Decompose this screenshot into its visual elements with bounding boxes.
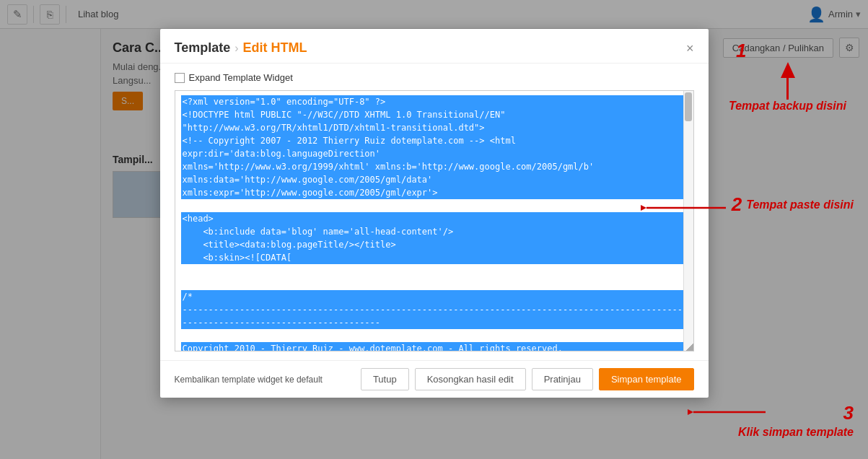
expand-widget-row: Expand Template Widget xyxy=(175,72,694,83)
edit-html-modal: Template › Edit HTML × Expand Template W… xyxy=(160,29,709,398)
code-line-2: <!DOCTYPE html PUBLIC "-//W3C//DTD XHTML… xyxy=(181,108,688,134)
modal-body: Expand Template Widget <?xml version="1.… xyxy=(160,64,709,360)
annotation-2-group: 2 Tempat paste disini xyxy=(732,193,854,216)
code-line-12: ----------------------------------------… xyxy=(181,303,688,329)
simpan-template-btn[interactable]: Simpan template xyxy=(599,368,694,390)
modal-header: Template › Edit HTML × xyxy=(160,29,709,64)
modal-footer: Kembalikan template widget ke default Tu… xyxy=(160,360,709,398)
code-scrollbar[interactable] xyxy=(683,91,693,351)
code-line-1: <?xml version="1.0" encoding="UTF-8" ?> xyxy=(181,95,688,108)
code-line-11: /* xyxy=(181,290,688,303)
kosongkan-btn[interactable]: Kosongkan hasil edit xyxy=(415,368,526,390)
code-line-blank1 xyxy=(181,264,688,277)
code-resize-handle[interactable] xyxy=(686,344,693,351)
modal-close-btn[interactable]: × xyxy=(686,42,694,55)
annotation-number-1: 1 xyxy=(736,40,746,62)
code-editor[interactable]: <?xml version="1.0" encoding="UTF-8" ?> … xyxy=(175,91,693,351)
annotation-text-1: Tempat backup disini xyxy=(729,100,846,113)
code-line-blank3 xyxy=(181,329,688,342)
annotation-text-2: Tempat paste disini xyxy=(746,198,854,211)
annotation-number-2: 2 xyxy=(732,193,742,216)
code-line-3: <!-- Copyright 2007 - 2012 Thierry Ruiz … xyxy=(181,134,688,160)
annotation-3-arrow xyxy=(688,405,767,421)
code-line-4: xmlns='http://www.w3.org/1999/xhtml' xml… xyxy=(181,160,688,173)
code-content[interactable]: <?xml version="1.0" encoding="UTF-8" ?> … xyxy=(175,91,693,351)
modal-title-template: Template xyxy=(175,40,231,56)
code-line-6 xyxy=(181,199,688,212)
tutup-btn[interactable]: Tutup xyxy=(361,368,409,390)
modal-title: Template › Edit HTML xyxy=(175,40,307,56)
annotation-2-arrow xyxy=(641,201,727,217)
code-line-7: <head> xyxy=(181,212,688,225)
annotation-text-3: Klik simpan template xyxy=(738,426,854,439)
code-line-5: xmlns:data='http://www.google.com/2005/g… xyxy=(181,173,688,199)
annotation-number-3: 3 xyxy=(843,402,854,424)
code-line-blank2 xyxy=(181,277,688,290)
pratinjau-btn[interactable]: Pratinjau xyxy=(532,368,593,390)
annotation-1-group: 1 Tempat backup disini xyxy=(729,40,846,113)
arrow-up-1 xyxy=(781,62,795,78)
code-line-9: <title><data:blog.pageTitle/></title> xyxy=(181,238,688,251)
expand-template-checkbox[interactable] xyxy=(175,73,185,83)
modal-title-arrow: › xyxy=(234,42,238,55)
code-line-10: <b:skin><![CDATA[ xyxy=(181,251,688,264)
code-line-8: <b:include data='blog' name='all-head-co… xyxy=(181,225,688,238)
expand-template-label: Expand Template Widget xyxy=(189,72,293,83)
arrow-stem-1 xyxy=(786,78,789,100)
code-line-13: Copyright 2010 - Thierry Ruiz - www.dote… xyxy=(181,342,688,351)
footer-text: Kembalikan template widget ke default xyxy=(175,375,355,385)
scrollbar-thumb[interactable] xyxy=(685,92,692,121)
modal-title-edithtml: Edit HTML xyxy=(243,40,307,56)
code-editor-wrap: <?xml version="1.0" encoding="UTF-8" ?> … xyxy=(175,90,694,351)
